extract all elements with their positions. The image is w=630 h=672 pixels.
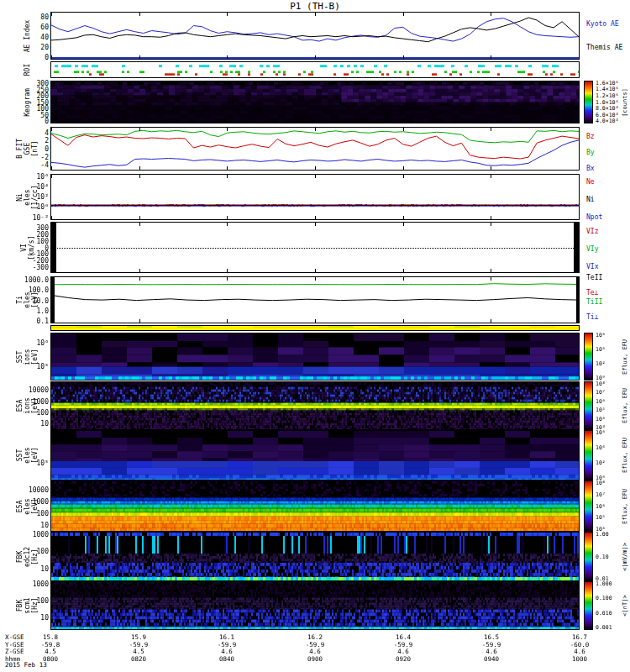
x-tick <box>227 223 228 226</box>
colorbar-fbk-e <box>584 532 593 581</box>
x-tick <box>51 216 52 219</box>
x-tick <box>51 166 52 170</box>
x-tick <box>315 277 316 281</box>
y-tick-label: 4 <box>45 129 49 136</box>
y-tick-label: 1000 <box>33 580 49 588</box>
x-tick <box>227 13 228 16</box>
colorbar-tick-label: 10⁶ <box>596 429 606 436</box>
colorbar-fbk-b <box>584 581 593 630</box>
x-tick <box>491 55 491 59</box>
x-tick <box>139 216 140 219</box>
colorbar-tick-label: 1.00 <box>596 531 609 538</box>
colorbar-tick-label: 10⁴ <box>596 416 606 423</box>
x-tick <box>51 277 52 281</box>
colorbar-sst-eles <box>584 430 593 480</box>
y-tick-label: 1.0 <box>37 307 49 314</box>
x-tick <box>227 319 228 323</box>
panel-flag <box>50 325 580 331</box>
colorbar-tick-label: 0.010 <box>596 610 612 617</box>
trace-label-ti-: Ti⊥ <box>586 313 598 321</box>
panel-sst-ions: SST ions [eV]10⁶10⁵ <box>50 333 580 381</box>
spectrogram-flag <box>51 326 579 330</box>
y-tick-label: 10 <box>40 420 49 428</box>
x-tick <box>579 128 580 131</box>
x-tick <box>403 277 404 281</box>
axis-value: 0800 <box>43 655 58 663</box>
x-tick <box>491 166 491 170</box>
y-tick-label: 0.1 <box>37 318 49 325</box>
x-tick <box>315 269 316 272</box>
colorbar-unit-fbk-b: <|nT|> <box>622 595 628 616</box>
line-themis-ae <box>51 18 579 42</box>
y-tick-label: 10⁵ <box>37 459 49 466</box>
y-tick-label: 10.0 <box>33 297 49 304</box>
colorbar-unit-esa-ions: Eflux, EFU <box>622 388 628 423</box>
y-tick-label: 0 <box>45 118 49 125</box>
line-ti-par <box>51 284 579 285</box>
y-tick-label: 10⁶ <box>37 339 49 347</box>
x-tick <box>139 166 140 170</box>
x-tick <box>51 269 52 272</box>
data-gap-bar <box>574 223 579 272</box>
spectrogram-esa-ions <box>51 382 579 429</box>
x-tick <box>315 319 316 323</box>
colorbar-tick-label: 10⁵ <box>596 407 606 413</box>
colorbar-sst-ions <box>584 333 593 381</box>
spectrogram-esa-eles <box>51 481 579 531</box>
trace-label-teii: TeII <box>586 274 602 281</box>
x-tick <box>491 277 491 281</box>
panel-sst-eles: SST eles [eV]10⁵ <box>50 430 580 480</box>
y-tick-label: 100.0 <box>29 286 49 294</box>
y-tick-label: 1000 <box>33 531 49 538</box>
panel-fbk-e: FBK edc12 [Hz]100010010 <box>50 532 580 581</box>
x-tick <box>51 223 52 226</box>
colorbar-tick-label: 10⁴ <box>596 444 606 451</box>
colorbar-tick-label: 10² <box>596 459 606 466</box>
colorbar-unit-esa-eles: Eflux, EFU <box>622 488 628 523</box>
y-tick-label: 2 <box>45 137 49 144</box>
colorbar-tick-label: 0.10 <box>596 554 609 560</box>
x-tick <box>51 128 52 131</box>
colorbar-unit-sst-ions: Eflux, EFU <box>622 339 628 374</box>
colorbar-keogram <box>584 81 593 123</box>
panel-vi: VI [km/s]3002001000-100-200-300 <box>50 222 580 273</box>
x-tick <box>227 55 228 59</box>
y-tick-label: 1000 <box>33 397 49 405</box>
x-tick <box>51 175 52 178</box>
colorbar-unit-fbk-e: <|mV/m|> <box>622 543 628 571</box>
x-tick <box>579 269 580 272</box>
y-axis-label-keogram: Keogram <box>24 88 31 117</box>
y-tick-label: 100 <box>37 509 49 517</box>
colorbar-tick-label: 10⁶ <box>596 398 606 405</box>
trace-label-viy: VIy <box>586 245 598 253</box>
panel-esa-eles: ESA eles [eV]10000100010010 <box>50 480 580 532</box>
trace-label-themis-ae: Themis AE <box>586 44 622 51</box>
panel-ae: AE Index806040200 <box>50 12 580 60</box>
colorbar-unit-sst-eles: Eflux, EFU <box>622 438 628 473</box>
y-tick-label: 10⁻² <box>33 213 49 221</box>
themis-overview-figure: P1 (TH-B) 2015 Feb 13 AE Index806040200R… <box>0 0 630 672</box>
y-axis-label-roi: ROI <box>24 64 31 76</box>
trace-label-npot: Npot <box>586 213 602 221</box>
line-by <box>51 130 579 142</box>
y-axis-label-bfit: B FIT GSE [nT] <box>16 139 39 159</box>
y-tick-label: -4 <box>40 161 49 169</box>
colorbar-esa-ions <box>584 381 593 430</box>
x-tick <box>227 269 228 272</box>
spectrogram-sst-eles <box>51 431 579 480</box>
trace-label-tiii: TiII <box>586 298 602 306</box>
x-tick <box>139 13 140 16</box>
x-tick <box>315 223 316 226</box>
trace-label-kyoto-ae: Kyoto AE <box>586 20 619 28</box>
trace-label-ni: Ni <box>586 196 595 203</box>
y-tick-label: 10000 <box>29 486 49 493</box>
x-tick <box>403 269 404 272</box>
panel-roi: ROI <box>50 61 580 78</box>
x-tick <box>315 216 316 219</box>
line-te-par <box>51 295 579 300</box>
x-tick <box>579 319 580 323</box>
plot-title: P1 (TH-B) <box>50 1 580 12</box>
zero-line <box>51 248 579 249</box>
panel-keogram: Keogram300250200150100500 <box>50 81 580 123</box>
x-tick <box>315 13 316 16</box>
